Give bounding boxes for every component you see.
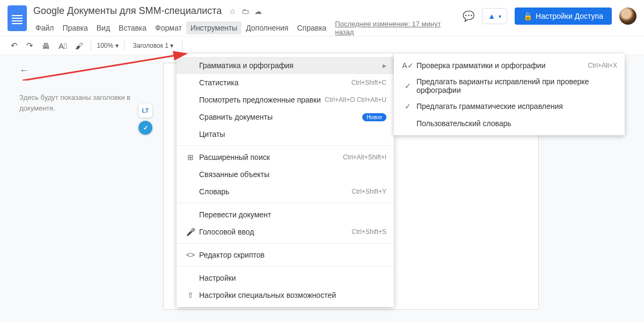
menu-item-label: Перевести документ [197,210,386,219]
outline-placeholder: Здесь будут показаны заголовки в докумен… [19,92,143,113]
menu-item-label: Связанные объекты [197,170,386,179]
menu-item-icon: ✓ [401,82,414,90]
cloud-status-icon[interactable]: ☁ [254,7,262,16]
tools-item-2[interactable]: Посмотреть предложенные правкиCtrl+Alt+O… [177,91,394,108]
languagetool-badge[interactable]: LT [138,104,152,118]
menu-edit[interactable]: Правка [58,21,92,34]
undo-icon[interactable]: ↶ [8,39,21,53]
menu-shortcut: Ctrl+Alt+X [588,62,617,69]
tools-item-8[interactable]: СловарьCtrl+Shift+Y [177,183,394,200]
menu-item-label: Словарь [197,187,352,196]
menu-item-label: Предлагать грамматические исправления [414,102,617,111]
print-icon[interactable]: 🖶 [39,39,53,53]
submenu-arrow-icon: ▸ [383,61,386,70]
spelling-item-1[interactable]: ✓Предлагать варианты исправлений при про… [394,74,625,98]
menu-item-label: Настройки [197,274,386,282]
menu-shortcut: Ctrl+Shift+Y [352,188,386,195]
menu-item-label: Проверка грамматики и орфографии [414,61,588,70]
menu-item-label: Голосовой ввод [197,228,352,236]
check-badge[interactable]: ✓ [138,121,152,135]
comments-icon[interactable]: 💬 [463,10,474,22]
tools-item-10[interactable]: Перевести документ [177,206,394,223]
tools-item-6[interactable]: ⊞Расширенный поискCtrl+Alt+Shift+I [177,149,394,166]
menu-file[interactable]: Файл [31,21,58,34]
menu-item-label: Редактор скриптов [197,251,386,259]
redo-icon[interactable]: ↷ [23,39,36,53]
last-edit-link[interactable]: Последнее изменение: 17 минут назад [335,20,458,36]
spelling-item-2[interactable]: ✓Предлагать грамматические исправления [394,98,625,115]
menu-item-icon: A✓ [401,61,414,70]
tools-item-7[interactable]: Связанные объекты [177,166,394,183]
tools-item-0[interactable]: Грамматика и орфография▸ [177,57,394,74]
menu-item-icon: ⊞ [184,153,197,162]
zoom-dropdown[interactable]: 100% ▾ [96,40,119,52]
menu-item-icon: ⇧ [184,291,197,299]
menu-item-label: Цитаты [197,130,386,138]
menu-item-label: Сравнить документы [197,113,362,121]
paint-format-icon[interactable]: 🖌 [72,39,86,53]
tools-item-4[interactable]: Цитаты [177,126,394,143]
docs-logo[interactable] [8,5,27,31]
spelling-item-3[interactable]: Пользовательский словарь [394,115,625,132]
outline-panel: ← Здесь будут показаны заголовки в докум… [19,65,143,113]
outline-collapse-icon[interactable]: ← [19,65,143,76]
menu-addons[interactable]: Дополнения [241,21,292,34]
menu-format[interactable]: Формат [151,21,186,34]
paragraph-style-dropdown[interactable]: Заголовок 1 ▾ [129,40,178,52]
menu-item-icon: 🎤 [184,228,197,236]
tools-item-11[interactable]: 🎤Голосовой вводCtrl+Shift+S [177,223,394,240]
title-area: Google Документы для SMM-специалиста ☆ 🗀… [31,4,458,36]
menu-shortcut: Ctrl+Alt+Shift+I [343,153,386,161]
tools-item-15[interactable]: Настройки [177,269,394,287]
present-icon: ▲ [488,12,495,20]
dropdown-caret-icon: ▾ [499,13,501,19]
menu-shortcut: Ctrl+Shift+S [352,228,386,236]
document-title[interactable]: Google Документы для SMM-специалиста [31,4,224,18]
tools-item-1[interactable]: СтатистикаCtrl+Shift+C [177,74,394,91]
menu-bar: Файл Правка Вид Вставка Формат Инструмен… [31,20,458,36]
app-header: Google Документы для SMM-специалиста ☆ 🗀… [0,0,644,36]
new-badge: Новое [362,113,386,121]
spelling-item-0[interactable]: A✓Проверка грамматики и орфографииCtrl+A… [394,57,625,74]
user-avatar[interactable] [619,8,636,25]
menu-item-icon: ✓ [401,102,414,111]
star-icon[interactable]: ☆ [229,7,236,16]
spelling-submenu: A✓Проверка грамматики и орфографииCtrl+A… [394,54,625,135]
menu-view[interactable]: Вид [92,21,114,34]
menu-item-label: Статистика [197,78,352,87]
tools-dropdown: Грамматика и орфография▸СтатистикаCtrl+S… [177,54,394,307]
tools-item-16[interactable]: ⇧Настройки специальных возможностей [177,287,394,304]
menu-help[interactable]: Справка [292,21,331,34]
present-button[interactable]: ▲▾ [482,8,507,24]
menu-shortcut: Ctrl+Alt+O Ctrl+Alt+U [325,96,386,104]
spellcheck-icon[interactable]: Aͯ [55,39,70,53]
tools-item-3[interactable]: Сравнить документыНовое [177,108,394,126]
menu-item-label: Грамматика и орфография [197,61,378,70]
menu-item-label: Предлагать варианты исправлений при пров… [414,77,617,94]
menu-item-label: Посмотреть предложенные правки [197,96,325,104]
share-label: Настройки Доступа [536,12,603,20]
lock-icon: 🔒 [523,12,532,20]
menu-item-label: Расширенный поиск [197,153,343,162]
menu-insert[interactable]: Вставка [114,21,151,34]
toolbar: ↶ ↷ 🖶 Aͯ 🖌 100% ▾ Заголовок 1 ▾ [0,36,644,55]
menu-item-label: Пользовательский словарь [414,119,617,128]
menu-shortcut: Ctrl+Shift+C [352,79,386,86]
move-icon[interactable]: 🗀 [241,7,249,16]
menu-tools[interactable]: Инструменты [186,21,241,34]
tools-item-13[interactable]: <>Редактор скриптов [177,246,394,264]
menu-item-icon: <> [184,251,197,259]
share-button[interactable]: 🔒 Настройки Доступа [515,8,612,25]
menu-item-label: Настройки специальных возможностей [197,291,386,299]
